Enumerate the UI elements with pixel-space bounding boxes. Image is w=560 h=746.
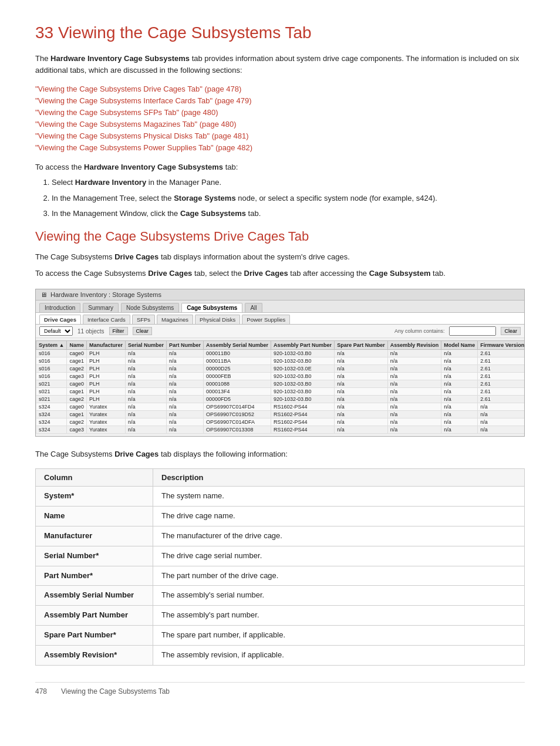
table-row: s021cage2PLHn/an/a00000FD5920-1032-03.B0… bbox=[36, 396, 525, 403]
ss-tab-introduction[interactable]: Introduction bbox=[39, 303, 80, 312]
ss-col-firmware[interactable]: Firmware Version bbox=[478, 341, 524, 350]
ss-titlebar-text: Hardware Inventory : Storage Systems bbox=[50, 291, 161, 298]
page-title: 33 Viewing the Cage Subsystems Tab bbox=[35, 23, 525, 42]
ss-tab-all[interactable]: All bbox=[245, 303, 262, 312]
ss-col-spare[interactable]: Spare Part Number bbox=[335, 341, 388, 350]
ss-subtab-power-supplies[interactable]: Power Supplies bbox=[242, 315, 290, 324]
ss-objects-count: 11 objects bbox=[77, 328, 104, 335]
desc-table-row: Assembly Part NumberThe assembly's part … bbox=[36, 606, 525, 626]
desc-table-row: Part Number*The part number of the drive… bbox=[36, 566, 525, 586]
desc-table-row: ManufacturerThe manufacturer of the driv… bbox=[36, 526, 525, 546]
link-power-supplies[interactable]: "Viewing the Cage Subsystems Power Suppl… bbox=[35, 143, 525, 152]
footer-page: 478 bbox=[35, 687, 47, 696]
ss-subtab-interface-cards[interactable]: Interface Cards bbox=[83, 315, 130, 324]
table-row: s016cage1PLHn/an/a000011BA920-1032-03.B0… bbox=[36, 357, 525, 365]
section-desc-1: The Cage Subsystems Drive Cages tab disp… bbox=[35, 251, 525, 263]
desc-table: Column Description System*The system nam… bbox=[35, 468, 525, 666]
ss-titlebar: 🖥 Hardware Inventory : Storage Systems bbox=[36, 289, 524, 301]
table-row: s324cage0Yuratexn/an/aOPS69907C014FD4RS1… bbox=[36, 403, 525, 411]
ss-subtab-row: Drive Cages Interface Cards SFPs Magazin… bbox=[36, 313, 524, 325]
link-magazines[interactable]: "Viewing the Cage Subsystems Magazines T… bbox=[35, 120, 525, 129]
link-drive-cages[interactable]: "Viewing the Cage Subsystems Drive Cages… bbox=[35, 85, 525, 93]
ss-subtab-magazines[interactable]: Magazines bbox=[157, 315, 193, 324]
ss-tab-summary[interactable]: Summary bbox=[83, 303, 119, 312]
intro-paragraph: The Hardware Inventory Cage Subsystems t… bbox=[35, 53, 525, 76]
ss-subtab-drive-cages[interactable]: Drive Cages bbox=[39, 315, 81, 324]
table-intro: The Cage Subsystems Drive Cages tab disp… bbox=[35, 448, 525, 460]
ss-clear-btn[interactable]: Clear bbox=[133, 327, 153, 335]
desc-table-row: Assembly Revision*The assembly revision,… bbox=[36, 646, 525, 666]
access-steps: Select Hardware Inventory in the Manager… bbox=[52, 177, 525, 219]
ss-subtab-sfps[interactable]: SFPs bbox=[132, 315, 155, 324]
ss-col-asm-part[interactable]: Assembly Part Number bbox=[271, 341, 335, 350]
access-step-2: In the Management Tree, select the Stora… bbox=[52, 193, 525, 204]
screenshot-box: 🖥 Hardware Inventory : Storage Systems I… bbox=[35, 289, 525, 437]
desc-table-row: Spare Part Number*The spare part number,… bbox=[36, 626, 525, 646]
ss-any-col-label: Any column contains: bbox=[394, 328, 445, 334]
ss-tab-node-subsystems[interactable]: Node Subsystems bbox=[121, 303, 179, 312]
ss-col-part[interactable]: Part Number bbox=[167, 341, 204, 350]
desc-table-row: Serial Number*The drive cage serial numb… bbox=[36, 546, 525, 566]
link-physical-disks[interactable]: "Viewing the Cage Subsystems Physical Di… bbox=[35, 131, 525, 140]
table-row: s016cage0PLHn/an/a000011B0920-1032-03.B0… bbox=[36, 350, 525, 357]
desc-table-row: System*The system name. bbox=[36, 487, 525, 507]
access-step-3: In the Management Window, click the Cage… bbox=[52, 208, 525, 220]
desc-table-row: NameThe drive cage name. bbox=[36, 507, 525, 526]
ss-window-icon: 🖥 bbox=[41, 291, 47, 298]
ss-col-manufacturer[interactable]: Manufacturer bbox=[86, 341, 125, 350]
ss-col-asm-rev[interactable]: Assembly Revision bbox=[387, 341, 441, 350]
footer-bar: 478 Viewing the Cage Subsystems Tab bbox=[35, 682, 525, 696]
footer-text: Viewing the Cage Subsystems Tab bbox=[61, 687, 170, 696]
links-block: "Viewing the Cage Subsystems Drive Cages… bbox=[35, 85, 525, 152]
desc-desc-header: Description bbox=[153, 469, 525, 487]
ss-clear-btn2[interactable]: Clear bbox=[501, 327, 521, 335]
table-row: s324cage1Yuratexn/an/aOPS69907C019D52RS1… bbox=[36, 411, 525, 418]
access-step-1: Select Hardware Inventory in the Manager… bbox=[52, 177, 525, 188]
table-row: s016cage3PLHn/an/a00000FEB920-1032-03.B0… bbox=[36, 373, 525, 380]
section-title: Viewing the Cage Subsystems Drive Cages … bbox=[35, 229, 525, 244]
access-instructions: To access the Hardware Inventory Cage Su… bbox=[35, 161, 525, 220]
ss-filter-btn[interactable]: Filter bbox=[109, 327, 128, 335]
ss-col-asm-serial[interactable]: Assembly Serial Number bbox=[204, 341, 271, 350]
ss-table-wrap: System ▲ Name Manufacturer Serial Number… bbox=[36, 338, 524, 436]
ss-tab-row: Introduction Summary Node Subsystems Cag… bbox=[36, 301, 524, 313]
ss-col-system[interactable]: System ▲ bbox=[36, 341, 67, 350]
ss-col-model[interactable]: Model Name bbox=[441, 341, 478, 350]
desc-table-row: Assembly Serial NumberThe assembly's ser… bbox=[36, 586, 525, 606]
access-intro: To access the Hardware Inventory Cage Su… bbox=[35, 161, 525, 173]
desc-col-header: Column bbox=[36, 469, 153, 487]
table-row: s324cage2Yuratexn/an/aOPS69907C014DFARS1… bbox=[36, 418, 525, 426]
table-row: s324cage3Yuratexn/an/aOPS69907C013308RS1… bbox=[36, 426, 525, 434]
ss-subtab-physical-disks[interactable]: Physical Disks bbox=[195, 315, 240, 324]
ss-col-name[interactable]: Name bbox=[67, 341, 87, 350]
intro-bold1: Hardware Inventory Cage Subsystems bbox=[50, 54, 190, 63]
ss-col-serial[interactable]: Serial Number bbox=[125, 341, 166, 350]
ss-toolbar: Default 11 objects Filter Clear Any colu… bbox=[36, 325, 524, 338]
table-row: s021cage0PLHn/an/a00001088920-1032-03.B0… bbox=[36, 380, 525, 388]
ss-search-input[interactable] bbox=[449, 326, 496, 336]
link-interface-cards[interactable]: "Viewing the Cage Subsystems Interface C… bbox=[35, 96, 525, 105]
table-row: s021cage1PLHn/an/a000013F4920-1032-03.B0… bbox=[36, 388, 525, 396]
table-row: s016cage2PLHn/an/a00000D25920-1032-03.0E… bbox=[36, 365, 525, 373]
section-desc-2: To access the Cage Subsystems Drive Cage… bbox=[35, 268, 525, 279]
link-sfps[interactable]: "Viewing the Cage Subsystems SFPs Tab" (… bbox=[35, 108, 525, 117]
ss-default-select[interactable]: Default bbox=[39, 326, 73, 336]
ss-tab-cage-subsystems[interactable]: Cage Subsystems bbox=[181, 303, 242, 312]
ss-data-table: System ▲ Name Manufacturer Serial Number… bbox=[36, 340, 524, 434]
